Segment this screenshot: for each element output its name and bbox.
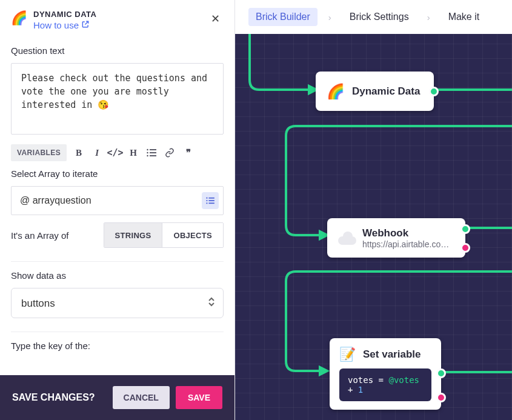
cloud-icon xyxy=(338,232,356,245)
divider xyxy=(11,261,224,262)
link-icon[interactable] xyxy=(164,145,176,160)
code-eq: = xyxy=(373,375,388,385)
array-type-segment: STRINGS OBJECTS xyxy=(104,222,224,248)
svg-point-3 xyxy=(147,149,148,150)
segment-strings[interactable]: STRINGS xyxy=(104,223,162,247)
external-link-icon xyxy=(81,20,90,30)
list-badge-icon[interactable] xyxy=(202,192,219,209)
pencil-note-icon: 📝 xyxy=(339,347,356,362)
node-dynamic-data[interactable]: 🌈 Dynamic Data xyxy=(316,72,434,111)
breadcrumbs: Brick Builder › Brick Settings › Make it xyxy=(235,0,512,34)
rainbow-icon: 🌈 xyxy=(327,83,345,100)
array-iterate-input[interactable] xyxy=(11,186,224,215)
breadcrumb-chevron-icon: › xyxy=(328,12,331,22)
error-handle[interactable] xyxy=(460,243,470,253)
error-handle[interactable] xyxy=(436,393,446,402)
question-text-input[interactable]: Please check out the questions and vote … xyxy=(11,63,224,135)
code-lhs: votes xyxy=(348,375,373,385)
output-handle[interactable] xyxy=(429,87,439,96)
code-num: 1 xyxy=(358,385,363,395)
svg-point-10 xyxy=(206,200,207,201)
sidebar: 🌈 DYNAMIC DATA How to use ✕ Question tex… xyxy=(0,0,235,420)
save-button[interactable]: SAVE xyxy=(176,386,222,409)
node-webhook[interactable]: Webhook https://api.airtable.co… xyxy=(327,218,465,258)
close-icon[interactable]: ✕ xyxy=(207,10,224,28)
svg-point-5 xyxy=(147,155,148,156)
how-to-use-link[interactable]: How to use xyxy=(33,20,90,30)
node-subtitle: https://api.airtable.co… xyxy=(362,239,449,249)
code-var: @votes xyxy=(388,375,419,385)
italic-icon[interactable]: I xyxy=(91,145,103,160)
select-array-label: Select Array to iterate xyxy=(11,168,224,179)
breadcrumb-builder[interactable]: Brick Builder xyxy=(248,8,318,26)
divider-2 xyxy=(11,332,224,332)
array-of-label: It's an Array of xyxy=(11,230,68,241)
flow-canvas[interactable]: Brick Builder › Brick Settings › Make it xyxy=(235,0,512,420)
bold-icon[interactable]: B xyxy=(73,145,85,160)
list-icon[interactable] xyxy=(145,145,158,160)
node-title: Webhook xyxy=(362,227,449,239)
quote-icon[interactable]: ❞ xyxy=(182,145,194,160)
how-to-use-text: How to use xyxy=(33,20,79,30)
variables-button[interactable]: VARIABLES xyxy=(11,144,67,161)
save-bar: SAVE CHANGES? CANCEL SAVE xyxy=(0,375,234,420)
segment-objects[interactable]: OBJECTS xyxy=(162,223,223,247)
key-label: Type the key of the: xyxy=(11,341,224,351)
node-set-variable[interactable]: 📝 Set variable votes = @votes + 1 xyxy=(330,338,441,410)
svg-point-4 xyxy=(147,152,148,153)
node-title: Set variable xyxy=(363,348,421,361)
save-changes-text: SAVE CHANGES? xyxy=(12,392,107,403)
show-as-label: Show data as xyxy=(11,270,224,281)
code-expression: votes = @votes + 1 xyxy=(339,368,431,401)
breadcrumb-settings[interactable]: Brick Settings xyxy=(342,8,416,26)
output-handle[interactable] xyxy=(436,368,446,378)
question-text-label: Question text xyxy=(11,45,224,56)
rainbow-icon: 🌈 xyxy=(11,10,27,26)
code-icon[interactable]: </> xyxy=(109,145,121,160)
heading-icon[interactable]: H xyxy=(127,145,139,160)
svg-point-11 xyxy=(206,202,207,204)
breadcrumb-chevron-icon: › xyxy=(427,12,430,22)
output-handle[interactable] xyxy=(460,224,470,234)
code-plus: + xyxy=(348,385,358,395)
show-as-select[interactable]: buttons xyxy=(11,288,224,318)
rich-text-toolbar: VARIABLES B I </> H ❞ xyxy=(11,144,224,161)
panel-title: DYNAMIC DATA xyxy=(33,10,207,19)
cancel-button[interactable]: CANCEL xyxy=(113,386,170,409)
node-title: Dynamic Data xyxy=(352,85,420,98)
breadcrumb-make[interactable]: Make it xyxy=(441,8,487,26)
svg-point-9 xyxy=(206,198,207,199)
